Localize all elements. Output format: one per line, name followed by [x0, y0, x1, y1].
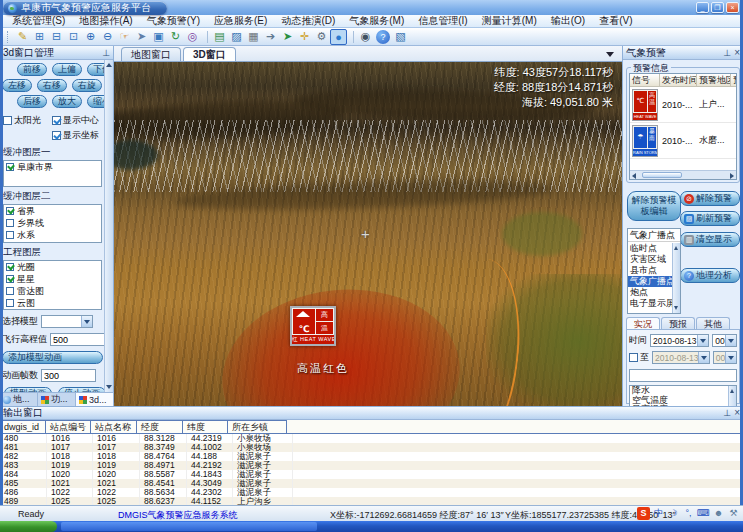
- scroll-down-icon[interactable]: [674, 306, 678, 310]
- to-checkbox[interactable]: 至: [629, 351, 649, 364]
- horizontal-scrollbar[interactable]: [630, 170, 736, 179]
- punctuation-icon[interactable]: °,: [682, 507, 695, 520]
- select-arrow-icon[interactable]: ➤: [133, 29, 150, 45]
- show-center-checkbox[interactable]: 显示中心: [52, 114, 99, 127]
- menu-item[interactable]: 动态推演(D): [274, 14, 342, 28]
- layer-item[interactable]: 星星: [4, 273, 101, 285]
- date-combo[interactable]: 2010-08-13: [650, 334, 709, 347]
- clear-display-button[interactable]: ▥ 清空显示: [680, 232, 740, 247]
- hour-combo[interactable]: 00: [712, 334, 737, 347]
- ime-moon-icon[interactable]: ☽: [667, 507, 680, 520]
- scrollbar-thumb[interactable]: [642, 172, 682, 178]
- menu-item[interactable]: 应急服务(E): [207, 14, 274, 28]
- column-header[interactable]: 所在乡镇: [227, 420, 287, 433]
- column-header[interactable]: 经度: [136, 420, 183, 433]
- point-type-item[interactable]: 灾害区域: [628, 254, 672, 265]
- refresh-icon[interactable]: ↻: [167, 29, 184, 45]
- heat-wave-warning-icon[interactable]: ℃ 高温 红 HEAT WAVE: [290, 306, 336, 346]
- flight-elevation-input[interactable]: [50, 333, 105, 346]
- taskbar-item[interactable]: [61, 522, 317, 531]
- tools-wrench-icon[interactable]: ⚒: [727, 507, 740, 520]
- edit-warning-template-button[interactable]: 解除预警模板编辑: [627, 191, 681, 221]
- point-type-value[interactable]: 气象广播点: [628, 229, 680, 242]
- column-header[interactable]: 站点编号: [45, 420, 91, 433]
- geo-analysis-button[interactable]: ? 地理分析: [680, 268, 740, 283]
- layer-item[interactable]: 乡界线: [4, 217, 101, 229]
- close-icon[interactable]: ×: [734, 48, 740, 58]
- soft-keyboard-icon[interactable]: ⌨: [697, 507, 710, 520]
- close-icon[interactable]: ×: [734, 408, 740, 418]
- table-row[interactable]: 480 1016 1016 88.3128 44.2319 小泉牧场: [0, 434, 743, 443]
- menu-item[interactable]: 测量计算(M): [475, 14, 544, 28]
- nav-button[interactable]: 前移: [17, 63, 47, 76]
- zoom-out-icon[interactable]: ⊖: [99, 29, 116, 45]
- sogou-ime-icon[interactable]: S: [637, 507, 650, 520]
- menu-item[interactable]: 地图操作(A): [72, 14, 139, 28]
- tab-functions[interactable]: 功...: [38, 393, 76, 406]
- nav-button[interactable]: 右旋: [72, 79, 102, 92]
- table-row[interactable]: 486 1022 1022 88.5634 44.2302 滋泥泉子: [0, 488, 743, 497]
- tab-3d-manager[interactable]: 3d...: [76, 393, 114, 406]
- layer-item[interactable]: 光圈: [4, 261, 101, 273]
- layer-item[interactable]: 水系: [4, 229, 101, 241]
- menu-item[interactable]: 输出(O): [544, 14, 592, 28]
- measure-icon[interactable]: ✎: [14, 29, 31, 45]
- scroll-up-icon[interactable]: [730, 389, 734, 393]
- nav-button[interactable]: 左移: [2, 79, 32, 92]
- element-filter-input[interactable]: [629, 369, 737, 382]
- show-coords-checkbox[interactable]: 显示坐标: [52, 129, 99, 142]
- pin-icon[interactable]: ⊥: [723, 48, 731, 58]
- settings-gear-icon[interactable]: ⚙: [313, 29, 330, 45]
- scroll-up-icon[interactable]: [674, 246, 678, 250]
- toolbar-separator[interactable]: [347, 31, 354, 43]
- add-model-animation-button[interactable]: 添加模型动画: [2, 351, 103, 364]
- menu-item[interactable]: 气象预警(Y): [140, 14, 207, 28]
- lang-chinese-icon[interactable]: 中: [652, 507, 665, 520]
- layer-item[interactable]: 雷达图: [4, 285, 101, 297]
- column-header[interactable]: dwgis_id: [0, 420, 46, 433]
- point-type-item[interactable]: 炮点: [628, 287, 672, 298]
- image-layer-icon[interactable]: ▤: [211, 29, 228, 45]
- start-button-fragment[interactable]: [0, 521, 57, 532]
- export-icon[interactable]: ➔: [262, 29, 279, 45]
- user-icon[interactable]: ☻: [712, 507, 725, 520]
- point-type-item[interactable]: 电子显示屏点: [628, 298, 672, 309]
- model-select-combo[interactable]: [41, 315, 93, 328]
- table-row[interactable]: 484 1020 1020 88.5587 44.1843 滋泥泉子: [0, 470, 743, 479]
- menu-item[interactable]: 信息管理(I): [411, 14, 474, 28]
- menu-item[interactable]: 气象服务(M): [342, 14, 411, 28]
- tab-map-window[interactable]: 地图窗口: [121, 47, 181, 61]
- column-header[interactable]: 站点名称: [90, 420, 137, 433]
- column-header[interactable]: 纬度: [182, 420, 228, 433]
- key-icon[interactable]: ✛: [296, 29, 313, 45]
- toolbar-separator[interactable]: [201, 31, 208, 43]
- tab-map-layers[interactable]: 地...: [0, 393, 38, 406]
- nav-button[interactable]: 后移: [17, 95, 47, 108]
- vertical-scrollbar[interactable]: [672, 243, 680, 313]
- sunlight-checkbox[interactable]: 太阳光: [3, 114, 41, 127]
- point-type-item[interactable]: 临时点: [628, 243, 672, 254]
- layer-item[interactable]: 省界: [4, 205, 101, 217]
- close-button[interactable]: ×: [726, 2, 739, 13]
- menu-item[interactable]: 系统管理(S): [5, 14, 72, 28]
- nav-button[interactable]: 下偏: [87, 63, 105, 76]
- pin-icon[interactable]: ⊥: [723, 408, 731, 418]
- zoom-select-icon[interactable]: ⊡: [65, 29, 82, 45]
- warning-row-rainstorm[interactable]: ☂ 暴雨 RAIN STORM 2010-... 水磨...: [630, 123, 736, 159]
- 3d-terrain-view[interactable]: 纬度: 43度57分18.117秒 经度: 88度18分14.871秒 海拔: …: [114, 62, 622, 406]
- minimize-button[interactable]: _: [696, 2, 709, 13]
- remove-warning-button[interactable]: ⊘ 解除预警: [680, 191, 740, 206]
- help-icon[interactable]: ?: [376, 30, 390, 44]
- full-extent-icon[interactable]: ▣: [150, 29, 167, 45]
- globe-3d-icon[interactable]: ●: [330, 29, 347, 45]
- table-row[interactable]: 483 1019 1019 88.4971 44.2192 滋泥泉子: [0, 461, 743, 470]
- identify-icon[interactable]: ◎: [184, 29, 201, 45]
- scroll-right-icon[interactable]: [730, 173, 734, 179]
- fly-path-icon[interactable]: ➤: [279, 29, 296, 45]
- scroll-down-icon[interactable]: [106, 385, 112, 389]
- tab-3d-window[interactable]: 3D窗口: [183, 47, 236, 61]
- scroll-left-icon[interactable]: [632, 173, 636, 179]
- pin-icon[interactable]: ⊥: [102, 48, 110, 58]
- nav-button[interactable]: 上偏: [52, 63, 82, 76]
- restore-button[interactable]: ❐: [711, 2, 724, 13]
